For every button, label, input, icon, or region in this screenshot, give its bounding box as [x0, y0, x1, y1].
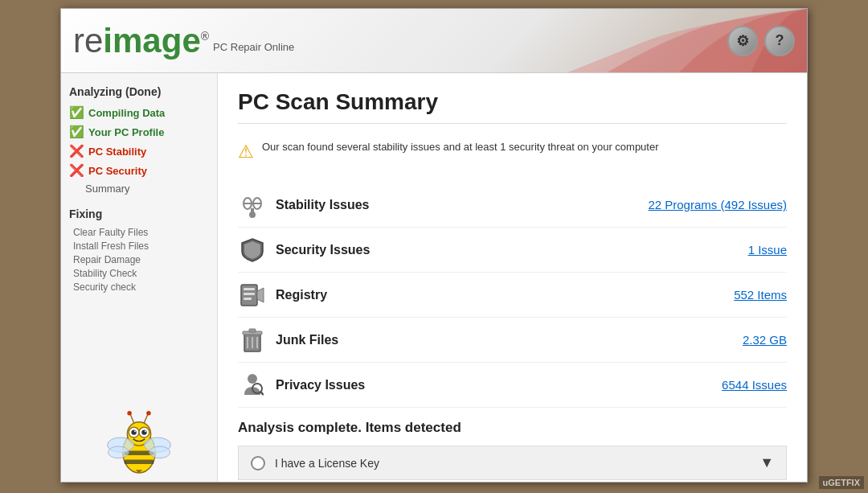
x-icon-security: ❌: [69, 163, 84, 178]
sidebar-item-security: ❌ PC Security: [69, 162, 209, 179]
bee-mascot: [61, 385, 217, 482]
security-value[interactable]: 1 Issue: [748, 243, 787, 257]
junk-value[interactable]: 2.32 GB: [743, 333, 787, 347]
main-window: reimage® PC Repair Online ⚙ ? Analyzing …: [60, 8, 808, 483]
sidebar-item-compiling: ✅ Compiling Data: [69, 105, 209, 121]
svg-point-18: [149, 446, 170, 458]
stability-icon: [238, 191, 266, 219]
issue-row-stability: Stability Issues 22 Programs (492 Issues…: [238, 183, 787, 228]
sidebar-fixing-install: Install Fresh Files: [69, 240, 209, 252]
warning-icon: ⚠: [238, 142, 254, 162]
help-button[interactable]: ?: [764, 26, 795, 56]
registry-label: Registry: [276, 288, 724, 302]
logo: reimage® PC Repair Online: [73, 22, 294, 60]
license-radio[interactable]: [251, 456, 265, 470]
svg-rect-2: [125, 460, 154, 465]
sidebar-item-profile: ✅ Your PC Profile: [69, 124, 209, 140]
svg-point-17: [108, 446, 129, 458]
security-label: Security Issues: [276, 243, 739, 257]
issue-row-privacy: Privacy Issues 6544 Issues: [238, 363, 787, 408]
svg-point-6: [131, 429, 136, 434]
svg-point-9: [145, 430, 146, 432]
header-icons: ⚙ ?: [727, 26, 795, 56]
analysis-complete-text: Analysis complete. Items detected: [238, 420, 787, 436]
logo-text: reimage®: [73, 22, 209, 60]
svg-rect-26: [244, 288, 255, 290]
license-row: I have a License Key ▼: [238, 446, 787, 480]
warning-text: Our scan found several stability issues …: [262, 140, 659, 154]
svg-point-12: [127, 411, 132, 416]
fixing-title: Fixing: [69, 207, 209, 220]
svg-line-11: [130, 414, 134, 423]
junk-label: Junk Files: [276, 333, 733, 347]
logo-re: re: [73, 22, 103, 60]
svg-point-35: [248, 374, 257, 384]
license-text: I have a License Key: [275, 457, 750, 470]
privacy-value[interactable]: 6544 Issues: [722, 378, 787, 392]
stability-label: Stability Issues: [276, 198, 638, 212]
sidebar-item-summary: Summary: [69, 182, 209, 195]
sidebar-fixing-repair: Repair Damage: [69, 254, 209, 265]
issue-row-junk: Junk Files 2.32 GB: [238, 318, 787, 363]
registry-icon: [238, 281, 266, 309]
privacy-label: Privacy Issues: [276, 378, 712, 392]
warning-box: ⚠ Our scan found several stability issue…: [238, 136, 787, 166]
svg-line-13: [144, 414, 148, 423]
svg-rect-34: [249, 329, 256, 332]
registry-value[interactable]: 552 Items: [734, 288, 787, 302]
analyzing-title: Analyzing (Done): [69, 85, 209, 98]
x-icon-stability: ❌: [69, 144, 84, 158]
page-title: PC Scan Summary: [238, 89, 787, 124]
check-icon-compiling: ✅: [69, 105, 84, 120]
settings-button[interactable]: ⚙: [727, 26, 758, 56]
sidebar-item-stability: ❌ PC Stability: [69, 143, 209, 159]
svg-point-7: [141, 429, 146, 434]
issue-row-security: Security Issues 1 Issue: [238, 228, 787, 273]
svg-line-37: [260, 392, 264, 395]
logo-reg: ®: [201, 30, 209, 43]
svg-point-8: [134, 430, 136, 432]
logo-subtitle: PC Repair Online: [213, 41, 294, 53]
privacy-icon: [238, 371, 266, 399]
watermark: uGETFIX: [819, 476, 864, 489]
svg-rect-27: [244, 293, 255, 295]
check-icon-profile: ✅: [69, 125, 84, 139]
svg-rect-28: [244, 298, 252, 300]
svg-rect-21: [251, 208, 254, 215]
sidebar-fixing-security: Security check: [69, 281, 209, 293]
sidebar: Analyzing (Done) ✅ Compiling Data ✅ Your…: [61, 73, 218, 482]
stability-value[interactable]: 22 Programs (492 Issues): [648, 198, 787, 212]
issue-row-registry: Registry 552 Items: [238, 273, 787, 318]
junk-icon: [238, 326, 266, 354]
main-content: Analyzing (Done) ✅ Compiling Data ✅ Your…: [61, 73, 807, 482]
security-icon: [238, 236, 266, 264]
logo-image: image: [103, 22, 200, 60]
sidebar-fixing-stability: Stability Check: [69, 268, 209, 279]
header: reimage® PC Repair Online ⚙ ?: [61, 9, 807, 73]
right-panel: PC Scan Summary ⚠ Our scan found several…: [218, 73, 807, 482]
license-dropdown-icon[interactable]: ▼: [760, 454, 774, 471]
svg-point-14: [146, 411, 151, 416]
sidebar-fixing-clear: Clear Faulty Files: [69, 227, 209, 238]
